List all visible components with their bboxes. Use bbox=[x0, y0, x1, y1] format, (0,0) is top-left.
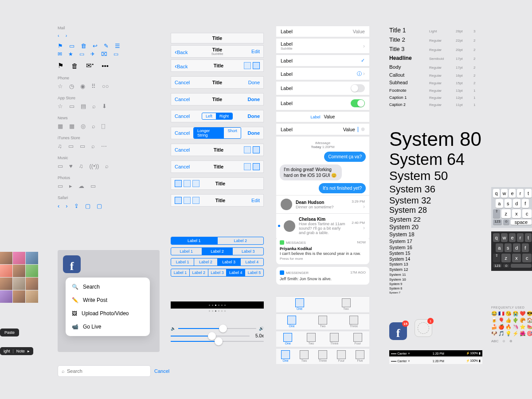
fb-upload-photo[interactable]: 🖼Upload Photo/Video bbox=[66, 307, 150, 320]
bookmarks-icon[interactable]: ▢ bbox=[85, 203, 90, 209]
emoji[interactable]: 🎯 bbox=[527, 331, 532, 336]
num-key[interactable]: 123 bbox=[493, 264, 502, 268]
key-q[interactable]: q bbox=[493, 233, 500, 242]
filter-icon[interactable]: ☰ bbox=[115, 43, 120, 49]
key-t[interactable]: t bbox=[525, 233, 532, 242]
cell-label-value[interactable]: LabelValue bbox=[276, 26, 369, 37]
tab-item[interactable]: Three bbox=[349, 316, 358, 328]
nav-back[interactable]: Cancel bbox=[175, 130, 193, 136]
news-explore-icon[interactable]: ◎ bbox=[81, 123, 86, 129]
fb-write-post[interactable]: ✏️Write Post bbox=[66, 293, 150, 307]
star-icon[interactable]: ★ bbox=[68, 51, 73, 57]
key-z[interactable]: z bbox=[501, 209, 511, 218]
cell-label-check[interactable]: Label✓ bbox=[276, 55, 369, 66]
nav-action[interactable]: Done bbox=[241, 130, 260, 136]
search-icon[interactable]: ⌕ bbox=[91, 143, 95, 149]
emoji[interactable]: 🏠 bbox=[527, 317, 532, 323]
tab-item[interactable]: Five bbox=[356, 350, 364, 362]
search-icon[interactable]: ⌕ bbox=[92, 103, 96, 110]
nav-back[interactable]: Cancel bbox=[175, 147, 193, 153]
updates-download-icon[interactable]: ⬇ bbox=[102, 103, 107, 110]
switch-off[interactable] bbox=[351, 84, 365, 92]
emoji[interactable]: 🐶 bbox=[491, 331, 497, 336]
notification[interactable]: MESSENGER17m agoJeff Smith: Jon Snow is … bbox=[276, 267, 369, 285]
key-e[interactable]: e bbox=[509, 233, 516, 242]
photos-tab-icon[interactable]: ▭ bbox=[58, 183, 63, 189]
more-icon[interactable]: ••• bbox=[102, 62, 109, 70]
thread-row[interactable]: Chelsea KimHow does Tartine at 11am soun… bbox=[276, 214, 369, 239]
compose-icon[interactable]: ✎ bbox=[104, 43, 109, 49]
emoji[interactable]: 🦄 bbox=[512, 324, 519, 330]
notification[interactable]: MESSAGESnowPriyanka KodikalI can't belie… bbox=[276, 237, 369, 264]
message-sent[interactable]: Comment ça va? bbox=[324, 152, 366, 162]
forward-chevron-icon[interactable]: › bbox=[66, 33, 67, 38]
tab-item[interactable]: One bbox=[287, 316, 296, 328]
message-sent[interactable]: It's not finished yet? bbox=[319, 183, 366, 193]
share-icon[interactable]: ⇪ bbox=[74, 203, 79, 209]
shift-key[interactable]: ⇧ bbox=[493, 254, 500, 262]
recents-clock-icon[interactable]: ◷ bbox=[69, 83, 74, 90]
key-w[interactable]: w bbox=[501, 189, 508, 198]
key-e[interactable]: e bbox=[509, 189, 516, 198]
voicemail-icon[interactable]: ○○ bbox=[102, 83, 109, 90]
note-menu[interactable]: ight|Note▸ bbox=[0, 347, 33, 355]
search-bar[interactable]: ⌕ bbox=[58, 365, 151, 377]
clear-icon[interactable]: ⊗ bbox=[361, 126, 365, 132]
nav-back[interactable]: Cancel bbox=[175, 80, 193, 85]
key-x[interactable]: x bbox=[512, 254, 521, 262]
trash-icon[interactable]: 🗑 bbox=[81, 43, 86, 49]
nav-back[interactable]: ‹Back bbox=[175, 48, 193, 55]
facebook-icon-badge[interactable]: f15 bbox=[389, 322, 407, 340]
tab-item[interactable]: Four bbox=[337, 350, 346, 362]
nav-segment[interactable]: LeftRight bbox=[202, 113, 233, 120]
nav-back[interactable]: ‹Back bbox=[175, 62, 193, 70]
keyboard-dark[interactable]: qwert asdf ⇧zxc 123☺ bbox=[491, 231, 532, 271]
emoji[interactable]: 🎵 bbox=[498, 331, 505, 336]
shift-key[interactable]: ⇧ bbox=[493, 209, 500, 218]
emoji[interactable]: 🍉 bbox=[527, 324, 532, 330]
back-chevron-icon[interactable]: ‹ bbox=[58, 203, 59, 209]
cell-label-subtitle[interactable]: LabelSubtitle› bbox=[276, 38, 369, 54]
target-icon-badge[interactable]: 1 bbox=[415, 319, 432, 337]
memories-icon[interactable]: ▸ bbox=[69, 183, 72, 189]
key-s[interactable]: s bbox=[505, 243, 512, 252]
info-icon[interactable]: ⓘ bbox=[357, 71, 362, 76]
key-w[interactable]: w bbox=[501, 233, 508, 242]
folder-icon[interactable]: ▭ bbox=[69, 43, 74, 49]
cell-switch-off[interactable]: Label bbox=[276, 81, 369, 95]
shared-cloud-icon[interactable]: ☁ bbox=[78, 183, 84, 189]
emoji[interactable]: ⚡ bbox=[512, 331, 519, 336]
segmented-control[interactable]: Label 1Label 2Label 3 bbox=[171, 247, 264, 255]
emoji-grid[interactable]: 😂🇫🇷😘😭❤️😎😳😍🍺🎈👍🌵🥐🏠☀️🌈🍰🍎🔥🦄⭐🍉🎁🍕🐶🎵💡⚡🌺🎯🦋😇 bbox=[491, 311, 532, 336]
more-icon[interactable]: ⋯ bbox=[101, 143, 107, 149]
tab-item[interactable]: Four bbox=[353, 333, 362, 345]
tab-item[interactable]: Two bbox=[307, 333, 316, 345]
key-x[interactable]: x bbox=[512, 209, 521, 218]
radio-icon[interactable]: ((•)) bbox=[89, 163, 99, 169]
segmented-control[interactable]: Label 1Label 2Label 3Label 4 bbox=[171, 258, 264, 266]
tab-item[interactable]: Two bbox=[300, 350, 309, 362]
nav-back[interactable]: Cancel bbox=[175, 113, 193, 119]
emoji[interactable]: 🌺 bbox=[520, 331, 526, 336]
cell-label-info[interactable]: Labelⓘ › bbox=[276, 67, 369, 80]
nav-action[interactable]: Done bbox=[241, 97, 260, 102]
key-f[interactable]: f bbox=[522, 199, 529, 208]
back-chevron-icon[interactable]: ‹ bbox=[58, 33, 59, 38]
news-foryou-icon[interactable]: ▦ bbox=[58, 123, 63, 129]
emoji[interactable]: 🍰 bbox=[491, 324, 497, 330]
volume-slider[interactable]: 🔈 🔊 bbox=[171, 326, 264, 331]
emoji[interactable]: 🥐 bbox=[520, 317, 526, 323]
key-z[interactable]: z bbox=[501, 254, 511, 262]
search-icon[interactable]: ⌕ bbox=[105, 163, 109, 169]
emoji[interactable]: 👍 bbox=[505, 317, 512, 323]
contacts-icon[interactable]: ◉ bbox=[80, 83, 85, 90]
fb-go-live[interactable]: 📹Go Live bbox=[66, 320, 150, 333]
nav-back[interactable]: Cancel bbox=[175, 164, 193, 169]
favorites-star-icon[interactable]: ☆ bbox=[58, 83, 63, 90]
reply-icon[interactable]: ↩ bbox=[93, 43, 98, 49]
news-saved-icon[interactable]: ⎕ bbox=[102, 123, 105, 129]
tab-item[interactable]: Two bbox=[342, 298, 351, 310]
key-r[interactable]: r bbox=[517, 189, 524, 198]
archive-icon[interactable]: ⌧ bbox=[101, 51, 107, 57]
nav-back[interactable]: Cancel bbox=[175, 97, 193, 102]
